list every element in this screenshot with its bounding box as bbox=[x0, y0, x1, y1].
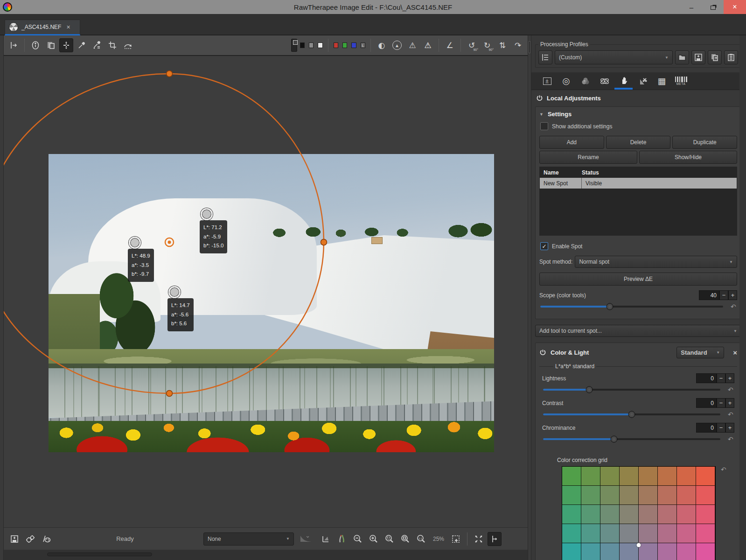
lightness-plus-button[interactable]: + bbox=[725, 373, 734, 383]
contrast-reset-icon[interactable]: ↶ bbox=[728, 411, 734, 418]
enable-spot-row[interactable]: ✓ Enable Spot bbox=[540, 242, 737, 250]
power-icon[interactable] bbox=[536, 95, 543, 102]
white-balance-picker-button[interactable] bbox=[75, 38, 89, 52]
scope-plus-button[interactable]: + bbox=[728, 290, 737, 300]
straighten-button[interactable] bbox=[121, 38, 135, 52]
left-panel-splitter[interactable] bbox=[0, 35, 4, 560]
tab-transform[interactable] bbox=[634, 72, 652, 90]
grid-marker[interactable] bbox=[637, 543, 641, 547]
flip-vertical-button[interactable]: ⇅ bbox=[495, 38, 509, 52]
editor-canvas[interactable]: L*: 48.9a*: -3.5b*: -9.7 L*: 71.2a*: -5.… bbox=[4, 56, 528, 527]
scope-minus-button[interactable]: − bbox=[719, 290, 728, 300]
toolbar-grip[interactable] bbox=[291, 39, 297, 52]
queue-processing-button[interactable] bbox=[23, 532, 37, 546]
preview-red-channel[interactable] bbox=[334, 42, 338, 48]
color-picker-button[interactable] bbox=[90, 38, 104, 52]
spot-handle-top[interactable] bbox=[167, 71, 173, 77]
lightness-value[interactable]: 0 bbox=[696, 373, 717, 383]
add-spot-button[interactable]: Add bbox=[539, 136, 604, 149]
tab-color[interactable] bbox=[576, 72, 594, 90]
image-preview[interactable] bbox=[49, 154, 494, 452]
settings-expander[interactable]: ▼ Settings bbox=[539, 111, 737, 118]
bg-color-black-swatch[interactable] bbox=[300, 42, 305, 48]
scope-slider[interactable] bbox=[540, 306, 723, 308]
crop-button[interactable] bbox=[105, 38, 119, 52]
enable-spot-checkbox[interactable]: ✓ bbox=[540, 242, 548, 250]
contrast-value[interactable]: 0 bbox=[696, 398, 717, 408]
right-panel-splitter[interactable] bbox=[528, 35, 531, 560]
color-light-header[interactable]: Color & Light Standard ▼ × bbox=[539, 347, 737, 358]
shadow-warning-button[interactable]: ⚠ bbox=[421, 38, 435, 52]
show-hide-spot-button[interactable]: Show/Hide bbox=[639, 151, 737, 164]
preview-deltae-button[interactable]: Preview ΔE bbox=[539, 273, 737, 286]
bg-color-gray-swatch[interactable] bbox=[309, 42, 314, 48]
hand-tool-button[interactable] bbox=[59, 38, 73, 52]
tab-advanced[interactable] bbox=[595, 72, 614, 90]
chrominance-minus-button[interactable]: − bbox=[717, 423, 725, 433]
spot-list-empty-area[interactable] bbox=[540, 189, 737, 235]
tab-local-adjustments[interactable] bbox=[614, 72, 633, 90]
before-after-view-button[interactable] bbox=[319, 532, 333, 546]
preview-pipes-button[interactable] bbox=[335, 532, 349, 546]
before-after-button[interactable] bbox=[44, 38, 58, 52]
spot-list-row[interactable]: New Spot Visible bbox=[540, 178, 737, 189]
preview-luminosity-channel[interactable]: L bbox=[361, 42, 365, 48]
zoom-to-selection-button[interactable] bbox=[383, 532, 397, 546]
preview-green-channel[interactable] bbox=[342, 42, 347, 48]
lightness-slider[interactable] bbox=[543, 389, 720, 391]
scope-reset-icon[interactable]: ↶ bbox=[731, 303, 737, 310]
perspective-angle-button[interactable]: ∠ bbox=[443, 38, 457, 52]
contrast-slider[interactable] bbox=[543, 413, 720, 415]
power-icon[interactable] bbox=[539, 349, 546, 356]
save-profile-button[interactable] bbox=[691, 50, 705, 64]
chrominance-reset-icon[interactable]: ↶ bbox=[728, 435, 734, 443]
color-correction-grid[interactable]: ↶ bbox=[562, 466, 716, 560]
lightness-reset-icon[interactable]: ↶ bbox=[728, 386, 734, 393]
highlight-clipping-button[interactable]: ⚠ bbox=[405, 38, 419, 52]
zoom-fit-button[interactable] bbox=[398, 532, 412, 546]
zoom-out-button[interactable] bbox=[351, 532, 365, 546]
spot-method-select[interactable]: Normal spot ▼ bbox=[575, 256, 737, 268]
scrollbar-gutter[interactable] bbox=[739, 35, 746, 560]
flip-horizontal-button[interactable]: ↷ bbox=[511, 38, 525, 52]
delete-spot-button[interactable]: Delete bbox=[606, 136, 671, 149]
load-profile-button[interactable] bbox=[675, 50, 689, 64]
slider-thumb[interactable] bbox=[606, 303, 613, 310]
lightness-minus-button[interactable]: − bbox=[717, 373, 725, 383]
show-filmstrip-button[interactable] bbox=[7, 38, 21, 52]
profile-select[interactable]: (Custom) ▼ bbox=[555, 50, 673, 64]
new-crop-window-button[interactable] bbox=[449, 532, 463, 546]
color-picker-marker-2[interactable] bbox=[201, 208, 213, 220]
chrominance-value[interactable]: 0 bbox=[696, 423, 717, 433]
fill-mode-button[interactable] bbox=[538, 50, 552, 64]
bg-color-white-swatch[interactable] bbox=[318, 42, 322, 48]
paste-profile-button[interactable] bbox=[724, 50, 738, 64]
save-image-button[interactable] bbox=[7, 532, 21, 546]
rotate-right-button[interactable]: ↻90° bbox=[480, 38, 494, 52]
contrast-minus-button[interactable]: − bbox=[717, 398, 725, 408]
show-additional-checkbox[interactable] bbox=[540, 122, 548, 130]
tab-metadata[interactable]: META bbox=[672, 72, 690, 90]
complexity-select[interactable]: Standard ▼ bbox=[676, 347, 724, 358]
zoom-100-button[interactable]: 1:1 bbox=[414, 532, 428, 546]
duplicate-spot-button[interactable]: Duplicate bbox=[672, 136, 737, 149]
chrominance-plus-button[interactable]: + bbox=[725, 423, 734, 433]
chrominance-slider[interactable] bbox=[543, 438, 720, 440]
slider-thumb[interactable] bbox=[628, 411, 635, 418]
image-tab[interactable]: _ASC4145.NEF × bbox=[5, 20, 80, 35]
fullscreen-button[interactable] bbox=[472, 532, 486, 546]
profile-quick-select[interactable]: None ▼ bbox=[203, 532, 294, 546]
toggle-right-panel-button[interactable] bbox=[488, 532, 502, 546]
close-tool-icon[interactable]: × bbox=[733, 349, 737, 357]
focus-mask-button[interactable]: ◐ bbox=[375, 38, 389, 52]
tab-close-icon[interactable]: × bbox=[66, 23, 70, 31]
zoom-in-button[interactable] bbox=[367, 532, 381, 546]
slider-thumb[interactable] bbox=[611, 436, 618, 443]
rename-spot-button[interactable]: Rename bbox=[539, 151, 637, 164]
color-picker-marker-1[interactable] bbox=[129, 237, 141, 249]
rotate-left-button[interactable]: ↺90° bbox=[465, 38, 479, 52]
scope-value[interactable]: 40 bbox=[699, 290, 719, 300]
slider-thumb[interactable] bbox=[586, 386, 593, 393]
copy-profile-button[interactable] bbox=[708, 50, 722, 64]
info-button[interactable] bbox=[28, 38, 42, 52]
